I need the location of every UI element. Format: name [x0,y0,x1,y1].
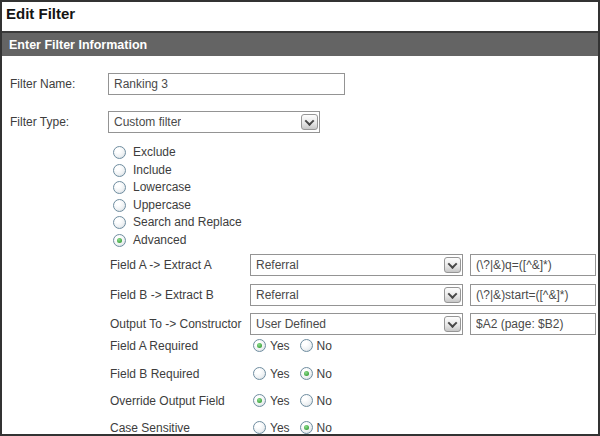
yes-radio-button[interactable] [253,394,266,407]
yes-label: Yes [270,421,290,435]
radio-option-label: Search and Replace [133,215,242,229]
edit-filter-page: Edit Filter Enter Filter Information Fil… [0,0,600,436]
yes-radio-button[interactable] [253,339,266,352]
filter-type-row: Filter Type: Custom filter [10,111,320,133]
no-label: No [317,367,332,381]
radio-button-icon[interactable] [113,234,126,247]
radio-option-uppercase[interactable]: Uppercase [113,198,191,212]
field-a-pattern-input[interactable] [470,254,596,276]
field-b-extract-label: Field B -> Extract B [110,288,250,302]
filter-name-input[interactable] [108,73,345,95]
no-label: No [317,339,332,353]
radio-option-label: Lowercase [133,180,191,194]
radio-option-search-and-replace[interactable]: Search and Replace [113,215,242,229]
chevron-down-icon[interactable] [444,257,461,273]
chevron-down-icon[interactable] [301,114,318,130]
override-output-field-label: Override Output Field [110,394,253,408]
yes-label: Yes [270,394,290,408]
yes-radio-button[interactable] [253,367,266,380]
no-radio-button[interactable] [300,339,313,352]
radio-button-icon[interactable] [113,146,126,159]
filter-type-select[interactable]: Custom filter [108,111,320,133]
field-b-required-row: Field B Required Yes No [110,366,332,381]
radio-option-lowercase[interactable]: Lowercase [113,180,191,194]
filter-name-label: Filter Name: [10,77,108,91]
radio-option-label: Advanced [133,233,186,247]
radio-option-label: Exclude [133,145,176,159]
no-label: No [317,394,332,408]
field-a-selected-value: Referral [252,258,299,272]
case-sensitive-row: Case Sensitive Yes No [110,420,332,435]
page-title: Edit Filter [6,5,75,22]
output-to-select[interactable]: User Defined [250,313,463,335]
no-radio-button[interactable] [300,421,313,434]
no-label: No [317,421,332,435]
filter-type-selected-value: Custom filter [110,115,181,129]
field-b-extract-row: Field B -> Extract B Referral [110,284,596,306]
no-radio-button[interactable] [300,394,313,407]
no-radio-button[interactable] [300,367,313,380]
override-output-field-row: Override Output Field Yes No [110,393,332,408]
field-a-required-row: Field A Required Yes No [110,338,332,353]
output-to-selected-value: User Defined [252,317,326,331]
field-b-selected-value: Referral [252,288,299,302]
yes-radio-button[interactable] [253,421,266,434]
field-b-select[interactable]: Referral [250,284,463,306]
filter-type-label: Filter Type: [10,115,108,129]
output-to-constructor-label: Output To -> Constructor [110,317,250,331]
field-a-required-label: Field A Required [110,339,253,353]
section-header: Enter Filter Information [2,31,598,56]
yes-label: Yes [270,367,290,381]
constructor-input[interactable] [470,313,596,335]
radio-button-icon[interactable] [113,199,126,212]
radio-option-label: Include [133,163,172,177]
field-a-select[interactable]: Referral [250,254,463,276]
field-a-extract-label: Field A -> Extract A [110,258,250,272]
chevron-down-icon[interactable] [444,287,461,303]
radio-button-icon[interactable] [113,164,126,177]
section-header-label: Enter Filter Information [9,38,147,52]
radio-option-advanced[interactable]: Advanced [113,233,186,247]
field-b-pattern-input[interactable] [470,284,596,306]
chevron-down-icon[interactable] [444,316,461,332]
field-a-extract-row: Field A -> Extract A Referral [110,254,596,276]
yes-label: Yes [270,339,290,353]
radio-option-label: Uppercase [133,198,191,212]
radio-button-icon[interactable] [113,181,126,194]
radio-option-exclude[interactable]: Exclude [113,145,176,159]
radio-button-icon[interactable] [113,216,126,229]
filter-name-row: Filter Name: [10,73,345,95]
output-to-constructor-row: Output To -> Constructor User Defined [110,313,596,335]
radio-option-include[interactable]: Include [113,163,172,177]
case-sensitive-label: Case Sensitive [110,421,253,435]
field-b-required-label: Field B Required [110,367,253,381]
